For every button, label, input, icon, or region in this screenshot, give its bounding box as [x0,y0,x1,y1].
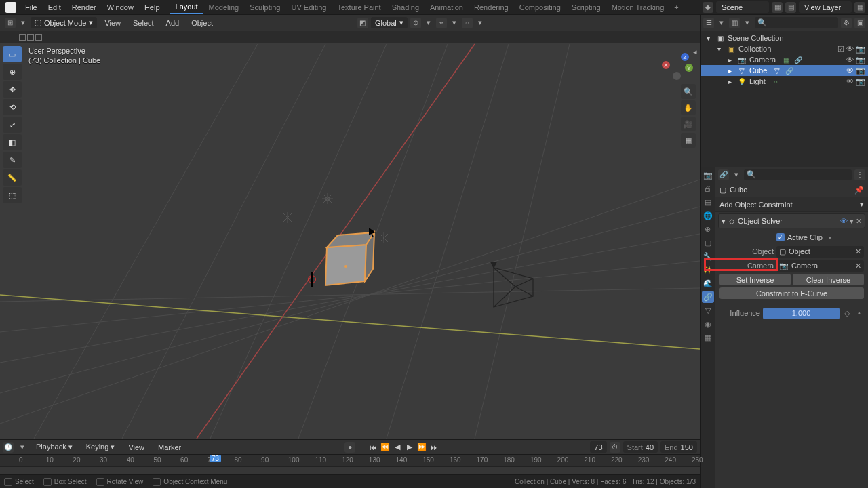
tab-world[interactable]: ⊕ [702,223,714,235]
ws-tab-shading[interactable]: Shading [387,1,425,14]
tree-cube[interactable]: ▸ ▽ Cube ▽ 🔗 👁📷 [701,65,868,76]
pivot-chevron-icon[interactable]: ▾ [424,18,433,28]
zoom-button[interactable]: 🔍 [681,84,696,99]
select-mode-face-icon[interactable] [35,34,42,41]
play-reverse-button[interactable]: ◀ [392,442,403,453]
props-editor-icon[interactable]: 🔗 [718,169,729,180]
tab-physics[interactable]: 🌊 [702,277,714,289]
timeline-ruler[interactable]: 0102030405060708090100110120130140150160… [0,455,700,467]
breadcrumb-object[interactable]: Cube [730,186,747,194]
ws-tab-texpaint[interactable]: Texture Paint [332,1,386,14]
ws-tab-sculpting[interactable]: Sculpting [244,1,285,14]
tool-measure[interactable]: 📏 [3,169,22,186]
disclosure-icon[interactable]: ▸ [725,55,734,64]
clear-icon[interactable]: ✕ [855,247,861,256]
active-clip-checkbox[interactable]: ✓ [776,233,785,241]
scene-icon[interactable]: ◆ [703,2,713,13]
tree-light[interactable]: ▸ 💡 Light ○ 👁📷 [701,76,868,87]
scene-browse-icon[interactable]: ▦ [772,2,783,13]
decorator-icon[interactable]: • [825,233,835,241]
tab-texture[interactable]: ▦ [702,331,714,344]
gizmo-x[interactable]: X [662,61,670,69]
hdr-object[interactable]: Object [186,17,218,29]
object-field[interactable]: ▢ Object ✕ [776,246,864,258]
menu-edit[interactable]: Edit [43,1,66,14]
chevron-down-icon[interactable]: ▾ [18,442,27,452]
add-constraint-button[interactable]: Add Object Constraint ▾ [715,197,868,212]
tab-render[interactable]: 📷 [702,169,714,181]
tab-modifier[interactable]: 🔧 [702,250,714,262]
influence-slider[interactable]: 1.000 [763,308,840,319]
menu-window[interactable]: Window [102,1,138,14]
proportional-icon[interactable]: ○ [462,18,473,28]
tab-material[interactable]: ◉ [702,318,714,330]
tree-camera[interactable]: ▸ 📷 Camera ▦ 🔗 👁📷 [701,54,868,65]
tool-scale[interactable]: ⤢ [3,117,22,133]
editor-type-chevron-icon[interactable]: ▾ [18,18,28,28]
tool-select-box[interactable]: ▭ [3,46,22,62]
preview-range-icon[interactable]: ⏱ [610,442,620,453]
tab-particle[interactable]: ✨ [702,264,714,276]
outliner-tree[interactable]: ▾ ▣ Scene Collection ▾ ▣ Collection ☑👁📷 … [701,31,868,167]
ws-tab-compositing[interactable]: Compositing [514,1,566,14]
viewlayer-icon[interactable]: ▤ [785,2,796,13]
prev-key-button[interactable]: ⏪ [380,442,391,453]
disclosure-icon[interactable]: ▾ [714,44,724,54]
ws-tab-scripting[interactable]: Scripting [566,1,606,14]
eye-icon[interactable]: 👁 [840,217,848,225]
tab-constraints[interactable]: 🔗 [702,291,714,303]
tool-cursor[interactable]: ⊕ [3,64,22,80]
constraint-badge-icon[interactable]: 🔗 [793,55,803,64]
eye-icon[interactable]: 👁 [846,56,854,64]
tl-view[interactable]: View [123,441,149,453]
properties-search[interactable]: 🔍 [744,169,852,180]
tool-rotate[interactable]: ⟲ [3,99,22,115]
chevron-down-icon[interactable]: ▾ [743,18,752,28]
render-icon[interactable]: 📷 [856,56,865,64]
tree-scene-collection[interactable]: ▾ ▣ Scene Collection [701,33,868,43]
jump-start-button[interactable]: ⏮ [368,442,378,453]
render-icon[interactable]: 📷 [856,66,865,75]
camera-field[interactable]: 📷 Camera ✕ [776,260,864,272]
ws-tab-modeling[interactable]: Modeling [203,1,245,14]
start-frame-field[interactable]: Start 40 [623,441,658,453]
app-logo-icon[interactable] [5,2,16,13]
chevron-down-icon[interactable]: ▾ [717,18,726,28]
tl-playback[interactable]: Playback ▾ [31,441,77,453]
pan-button[interactable]: ✋ [681,100,696,115]
outliner-editor-icon[interactable]: ☰ [703,18,714,28]
new-collection-icon[interactable]: ▣ [854,18,865,28]
nav-gizmo[interactable]: Z Y X [658,47,693,83]
outliner-display-icon[interactable]: ▥ [729,18,740,28]
end-frame-field[interactable]: End 150 [660,441,697,453]
exclude-toggle[interactable]: ☑ [837,45,844,54]
to-fcurve-button[interactable]: Constraint to F-Curve [719,287,864,299]
disclosure-icon[interactable]: ▾ [703,33,713,43]
constraint-name-field[interactable] [738,217,837,225]
hdr-add[interactable]: Add [161,17,184,29]
select-mode-vert-icon[interactable] [19,34,26,41]
driver-icon[interactable]: ◇ [842,309,852,318]
orientation-icon[interactable]: ◩ [357,18,368,28]
ortho-toggle-button[interactable]: ▦ [681,133,696,148]
viewlayer-browse-icon[interactable]: ▦ [854,2,865,13]
snap-icon[interactable]: ⌖ [436,18,447,28]
pivot-icon[interactable]: ⊙ [410,18,421,28]
close-icon[interactable]: ✕ [856,217,862,226]
render-icon[interactable]: 📷 [856,77,865,86]
filter-icon[interactable]: ⚙ [841,18,852,28]
tool-move[interactable]: ✥ [3,81,22,98]
chevron-down-icon[interactable]: ▾ [732,169,741,180]
light-data-icon[interactable]: ○ [771,77,781,86]
props-options-icon[interactable]: ⋮ [854,169,865,180]
tree-collection[interactable]: ▾ ▣ Collection ☑👁📷 [701,43,868,54]
tool-addcube[interactable]: ⬚ [3,187,22,203]
hdr-select[interactable]: Select [128,17,159,29]
clear-icon[interactable]: ✕ [855,262,861,270]
menu-help[interactable]: Help [140,1,165,14]
select-mode-edge-icon[interactable] [27,34,34,41]
menu-render[interactable]: Render [67,1,101,14]
pin-icon[interactable]: 📌 [854,186,864,195]
viewlayer-name-field[interactable]: View Layer [799,1,852,13]
tl-keying[interactable]: Keying ▾ [81,441,120,453]
